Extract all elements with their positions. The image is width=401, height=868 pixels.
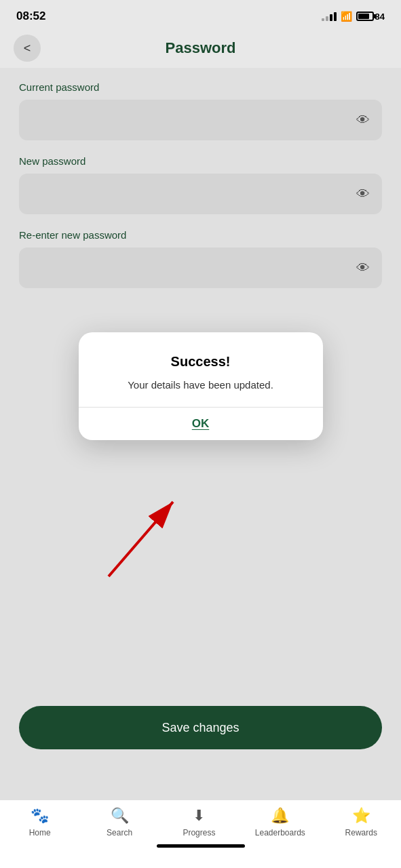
nav-label-search: Search (107, 828, 132, 837)
annotation-arrow (68, 461, 204, 583)
search-icon: 🔍 (111, 807, 129, 825)
page-header: < Password (0, 28, 401, 68)
svg-line-1 (109, 502, 173, 576)
status-time: 08:52 (16, 9, 45, 23)
current-password-field[interactable]: 👁 (19, 100, 382, 140)
save-button-container: Save changes (19, 706, 382, 749)
dialog-message: Your details have been updated. (95, 378, 307, 393)
nav-label-home: Home (29, 828, 51, 837)
dialog-title: Success! (95, 354, 307, 370)
nav-item-home[interactable]: 🐾 Home (16, 807, 64, 837)
battery-level: 84 (375, 12, 385, 22)
battery-indicator: 84 (356, 12, 385, 22)
current-password-label: Current password (19, 81, 382, 93)
reenter-password-field[interactable]: 👁 (19, 248, 382, 288)
new-password-field[interactable]: 👁 (19, 174, 382, 214)
rewards-icon: ⭐ (352, 807, 370, 825)
nav-item-progress[interactable]: ⬇ Progress (175, 807, 223, 837)
nav-item-leaderboards[interactable]: 🔔 Leaderboards (255, 807, 305, 837)
nav-label-rewards: Rewards (345, 828, 377, 837)
new-password-label: New password (19, 155, 382, 167)
page-title: Password (166, 39, 236, 57)
home-indicator (157, 844, 245, 848)
nav-label-leaderboards: Leaderboards (255, 828, 305, 837)
main-content: Current password 👁 New password 👁 Re-ent… (0, 68, 401, 317)
chevron-left-icon: < (24, 42, 31, 54)
nav-item-search[interactable]: 🔍 Search (96, 807, 143, 837)
status-bar: 08:52 📶 84 (0, 0, 401, 28)
dialog-footer: OK (79, 408, 323, 440)
status-icons: 📶 84 (322, 11, 385, 22)
eye-icon-new[interactable]: 👁 (356, 186, 370, 202)
bottom-nav: 🐾 Home 🔍 Search ⬇ Progress 🔔 Leaderboard… (0, 800, 401, 868)
leaderboards-icon: 🔔 (271, 807, 289, 825)
eye-icon-reenter[interactable]: 👁 (356, 260, 370, 276)
progress-icon: ⬇ (193, 807, 205, 825)
dialog-ok-button[interactable]: OK (192, 417, 210, 431)
save-changes-button[interactable]: Save changes (19, 706, 382, 749)
nav-item-rewards[interactable]: ⭐ Rewards (337, 807, 385, 837)
home-icon: 🐾 (31, 807, 49, 825)
eye-icon-current[interactable]: 👁 (356, 113, 370, 128)
wifi-icon: 📶 (341, 11, 352, 22)
success-dialog: Success! Your details have been updated.… (79, 332, 323, 440)
nav-label-progress: Progress (183, 828, 215, 837)
battery-icon (356, 12, 374, 21)
signal-icon (322, 12, 337, 21)
nav-items: 🐾 Home 🔍 Search ⬇ Progress 🔔 Leaderboard… (0, 807, 401, 837)
dialog-body: Success! Your details have been updated. (79, 332, 323, 407)
back-button[interactable]: < (14, 35, 41, 62)
reenter-password-label: Re-enter new password (19, 229, 382, 241)
